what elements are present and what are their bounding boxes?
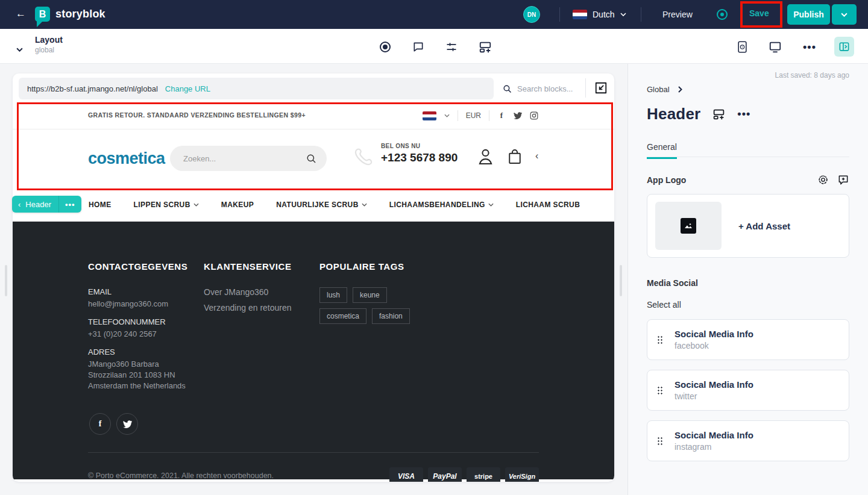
payment-badges: VISA PayPal stripe VeriSign [389, 467, 539, 482]
language-selector[interactable]: Dutch [573, 10, 626, 19]
footer-link[interactable]: Over JMango360 [204, 287, 312, 297]
app-logo-asset-field[interactable]: + Add Asset [647, 194, 849, 258]
nav-item-lippen-scrub[interactable]: LIPPEN SCRUB [134, 201, 199, 209]
item-title: Socical Media Info [675, 329, 753, 339]
drag-handle-icon[interactable] [657, 437, 662, 446]
selected-block-label: Header [25, 200, 58, 209]
dutch-flag-icon[interactable] [423, 111, 436, 120]
dutch-flag-icon [573, 10, 587, 19]
footer-link[interactable]: Verzending en retouren [204, 303, 312, 313]
publish-dropdown-button[interactable] [832, 4, 857, 25]
search-icon[interactable] [306, 153, 317, 164]
item-title: Socical Media Info [675, 430, 753, 440]
app-logo-label: App Logo [647, 175, 686, 185]
language-label: Dutch [593, 10, 615, 19]
mobile-view-icon[interactable] [735, 40, 749, 54]
block-options-icon[interactable]: ••• [59, 200, 81, 209]
chevron-down-icon [841, 13, 848, 17]
site-search[interactable] [170, 146, 327, 171]
user-avatar[interactable]: DN [523, 6, 540, 23]
back-arrow-icon[interactable]: ← [16, 8, 26, 20]
preview-button[interactable]: Preview [662, 10, 693, 19]
site-logo[interactable]: cosmetica [88, 149, 165, 168]
breadcrumb-global[interactable]: Global [647, 85, 670, 94]
footer-contact-column: CONTACTGEGEVENS EMAIL hello@jmango360.co… [88, 261, 200, 399]
chevron-down-icon [444, 114, 450, 117]
breadcrumb[interactable]: Global [647, 85, 849, 94]
left-scroll-indicator[interactable] [5, 265, 7, 296]
email-value[interactable]: hello@jmango360.com [88, 299, 200, 310]
site-header: cosmetica BEL ONS NU +123 5678 890 [13, 129, 614, 188]
facebook-icon[interactable]: f [497, 111, 506, 120]
topbar-divider [641, 7, 641, 22]
selected-block-badge[interactable]: ‹ Header ••• [12, 196, 81, 213]
preview-url: https://b2b-sf.uat.jmango.net/nl/global [27, 84, 158, 93]
phone-value[interactable]: +31 (0)20 240 2567 [88, 329, 200, 340]
paypal-badge: PayPal [428, 467, 462, 482]
site-topstrip: GRATIS RETOUR. STANDAARD VERZENDING BEST… [13, 102, 614, 129]
social-media-info-item-instagram[interactable]: Socical Media Info instagram [647, 420, 849, 461]
toggle-sidebar-button[interactable] [834, 37, 854, 57]
publish-button[interactable]: Publish [787, 4, 830, 25]
chevron-down-icon [620, 13, 626, 16]
instagram-icon[interactable] [530, 111, 538, 120]
preview-target-icon[interactable] [717, 9, 728, 20]
cart-bag-icon[interactable] [506, 147, 523, 169]
nav-item-natuurlijke-scrub[interactable]: NATUURLIJKE SCRUB [276, 201, 367, 209]
desktop-view-icon[interactable] [768, 40, 782, 54]
tag-chip[interactable]: fashion [372, 308, 410, 324]
add-asset-button[interactable]: + Add Asset [738, 221, 790, 231]
footer-service-column: KLANTENSERVICE Over JMango360 Verzending… [204, 261, 312, 319]
topstrip-controls: EUR f [423, 102, 538, 129]
field-comment-add-icon[interactable] [837, 174, 849, 186]
more-options-icon[interactable]: ••• [802, 40, 817, 54]
collapse-chevron-icon[interactable] [16, 43, 23, 54]
nav-item-makeup[interactable]: MAKEUP [221, 201, 254, 209]
storyblok-logo-icon[interactable]: B [35, 7, 50, 22]
drag-handle-icon[interactable] [657, 386, 662, 395]
focus-mode-icon[interactable] [378, 40, 392, 54]
select-all-link[interactable]: Select all [647, 300, 849, 310]
social-media-info-item-twitter[interactable]: Socical Media Info twitter [647, 370, 849, 411]
change-url-link[interactable]: Change URL [165, 84, 210, 93]
save-button[interactable]: Save [749, 8, 769, 18]
field-settings-gear-icon[interactable] [817, 174, 829, 186]
chevron-left-icon[interactable]: ‹ [12, 200, 25, 209]
drag-handle-icon[interactable] [657, 335, 662, 344]
account-icon[interactable] [477, 146, 494, 169]
nav-item-lichaam-scrub[interactable]: LICHAAM SCRUB [516, 201, 580, 209]
tag-chip[interactable]: cosmetica [319, 308, 366, 324]
site-search-input[interactable] [183, 154, 306, 163]
last-saved-text: Last saved: 8 days ago [647, 71, 849, 79]
social-media-info-item-facebook[interactable]: Socical Media Info facebook [647, 319, 849, 360]
address-value: JMango360 Barbara Strozzilaan 201 1083 H… [88, 359, 187, 391]
block-title: Header [647, 105, 700, 123]
item-subtitle: instagram [675, 442, 753, 452]
call-us-block: BEL ONS NU +123 5678 890 [353, 143, 458, 170]
search-blocks[interactable] [502, 78, 582, 99]
block-more-options-icon[interactable]: ••• [737, 108, 750, 120]
twitter-icon[interactable] [116, 413, 138, 435]
add-block-icon[interactable] [478, 40, 492, 54]
nav-item-lichaamsbehandeling[interactable]: LICHAAMSBEHANDELING [389, 201, 494, 209]
topstrip-divider [458, 110, 458, 121]
footer-column-title: CONTACTGEGEVENS [88, 261, 200, 272]
collapse-left-icon[interactable]: ‹ [535, 151, 538, 161]
story-title-block[interactable]: Layout global [35, 35, 63, 54]
tag-chip[interactable]: keune [353, 287, 387, 303]
comments-icon[interactable] [411, 40, 426, 54]
edit-fullscreen-icon[interactable] [593, 79, 609, 96]
twitter-icon[interactable] [514, 111, 522, 120]
right-scroll-indicator[interactable] [620, 265, 622, 296]
search-blocks-input[interactable] [517, 84, 577, 93]
nav-item-home[interactable]: HOME [89, 201, 112, 209]
adjust-settings-icon[interactable] [444, 40, 459, 54]
currency-selector[interactable]: EUR [466, 111, 481, 120]
add-block-icon[interactable] [712, 108, 725, 120]
preview-url-row: https://b2b-sf.uat.jmango.net/nl/global … [13, 73, 614, 102]
footer-column-title: POPULAIRE TAGS [319, 261, 419, 272]
phone-number[interactable]: +123 5678 890 [381, 151, 458, 164]
tab-general[interactable]: General [647, 142, 677, 159]
facebook-icon[interactable]: f [89, 413, 111, 435]
tag-chip[interactable]: lush [319, 287, 347, 303]
